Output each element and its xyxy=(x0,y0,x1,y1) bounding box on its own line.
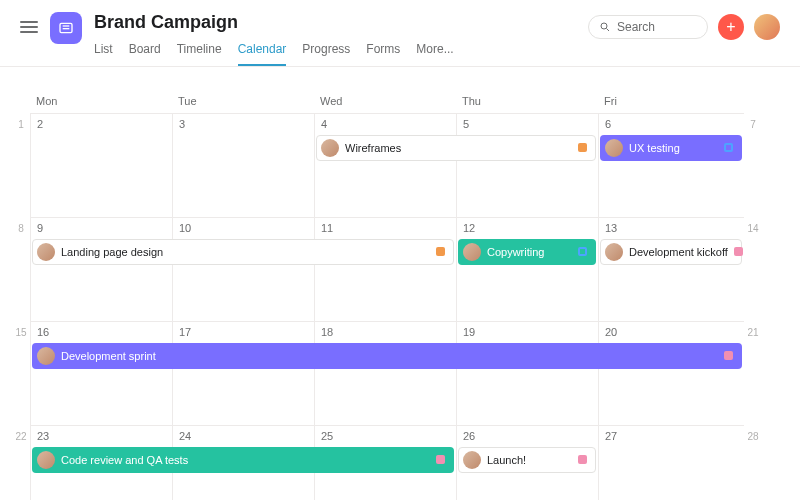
plus-icon: + xyxy=(726,19,735,35)
app-header: Brand Campaign List Board Timeline Calen… xyxy=(0,0,800,67)
event-label: Development sprint xyxy=(61,350,156,362)
view-tabs: List Board Timeline Calendar Progress Fo… xyxy=(94,42,576,66)
calendar-grid: Mon Tue Wed Thu Fri 1 2 3 4 5 6 7 Wirefr… xyxy=(0,67,800,500)
tab-timeline[interactable]: Timeline xyxy=(177,42,222,66)
header-actions: Search + xyxy=(588,14,780,40)
event-label: Copywriting xyxy=(487,246,544,258)
event-launch[interactable]: Launch! xyxy=(458,447,596,473)
add-button[interactable]: + xyxy=(718,14,744,40)
event-label: Wireframes xyxy=(345,142,401,154)
tab-list[interactable]: List xyxy=(94,42,113,66)
avatar-icon xyxy=(37,347,55,365)
user-avatar[interactable] xyxy=(754,14,780,40)
search-input[interactable]: Search xyxy=(588,15,708,39)
calendar-cell[interactable]: 16 xyxy=(30,321,172,425)
event-label: UX testing xyxy=(629,142,680,154)
day-head-wed: Wed xyxy=(314,95,456,113)
event-label: Code review and QA tests xyxy=(61,454,188,466)
avatar-icon xyxy=(321,139,339,157)
status-badge xyxy=(578,247,587,256)
event-dev-sprint[interactable]: Development sprint xyxy=(32,343,742,369)
week-num-right: 14 xyxy=(744,217,762,321)
event-ux-testing[interactable]: UX testing xyxy=(600,135,742,161)
week-row: 22 23 24 25 26 27 28 Code review and QA … xyxy=(12,425,788,500)
day-head-mon: Mon xyxy=(30,95,172,113)
event-landing-page[interactable]: Landing page design xyxy=(32,239,454,265)
avatar-icon xyxy=(37,451,55,469)
week-num-left: 1 xyxy=(12,113,30,217)
svg-point-3 xyxy=(601,23,607,29)
calendar-cell[interactable]: 19 xyxy=(456,321,598,425)
event-label: Development kickoff xyxy=(629,246,728,258)
calendar-cell[interactable]: 2 xyxy=(30,113,172,217)
calendar-cell[interactable]: 13 xyxy=(598,217,744,321)
day-header-row: Mon Tue Wed Thu Fri xyxy=(12,95,788,113)
day-head-fri: Fri xyxy=(598,95,744,113)
calendar-cell[interactable]: 5 xyxy=(456,113,598,217)
tab-more[interactable]: More... xyxy=(416,42,453,66)
event-label: Landing page design xyxy=(61,246,163,258)
status-badge xyxy=(734,247,743,256)
week-row: 15 16 17 18 19 20 21 Development sprint xyxy=(12,321,788,425)
status-badge xyxy=(436,247,445,256)
week-num-right: 21 xyxy=(744,321,762,425)
search-placeholder: Search xyxy=(617,20,655,34)
avatar-icon xyxy=(37,243,55,261)
calendar-cell[interactable]: 9 xyxy=(30,217,172,321)
week-num-right: 7 xyxy=(744,113,762,217)
calendar-cell[interactable]: 18 xyxy=(314,321,456,425)
calendar-cell[interactable]: 6 xyxy=(598,113,744,217)
header-main: Brand Campaign List Board Timeline Calen… xyxy=(94,12,576,66)
events-layer: Code review and QA tests Launch! xyxy=(30,447,770,475)
avatar-icon xyxy=(463,243,481,261)
status-badge xyxy=(724,351,733,360)
status-badge xyxy=(724,143,733,152)
event-label: Launch! xyxy=(487,454,526,466)
avatar-icon xyxy=(605,243,623,261)
page-title: Brand Campaign xyxy=(94,12,576,34)
calendar-cell[interactable]: 17 xyxy=(172,321,314,425)
day-head-thu: Thu xyxy=(456,95,598,113)
hamburger-icon[interactable] xyxy=(20,18,38,36)
avatar-icon xyxy=(463,451,481,469)
calendar-cell[interactable]: 11 xyxy=(314,217,456,321)
events-layer: Landing page design Copywriting Developm… xyxy=(30,239,770,267)
day-head-tue: Tue xyxy=(172,95,314,113)
tab-board[interactable]: Board xyxy=(129,42,161,66)
tab-progress[interactable]: Progress xyxy=(302,42,350,66)
event-copywriting[interactable]: Copywriting xyxy=(458,239,596,265)
event-wireframes[interactable]: Wireframes xyxy=(316,135,596,161)
calendar-cell[interactable]: 12 xyxy=(456,217,598,321)
week-num-left: 15 xyxy=(12,321,30,425)
status-badge xyxy=(578,455,587,464)
status-badge xyxy=(578,143,587,152)
calendar-cell[interactable]: 10 xyxy=(172,217,314,321)
calendar-cell[interactable]: 4 xyxy=(314,113,456,217)
events-layer: Wireframes UX testing xyxy=(30,135,770,163)
svg-line-4 xyxy=(607,29,610,32)
event-code-review[interactable]: Code review and QA tests xyxy=(32,447,454,473)
event-dev-kickoff[interactable]: Development kickoff xyxy=(600,239,742,265)
avatar-icon xyxy=(605,139,623,157)
status-badge xyxy=(436,455,445,464)
calendar-cell[interactable]: 3 xyxy=(172,113,314,217)
week-num-left: 8 xyxy=(12,217,30,321)
events-layer: Development sprint xyxy=(30,343,770,371)
project-icon[interactable] xyxy=(50,12,82,44)
tab-calendar[interactable]: Calendar xyxy=(238,42,287,66)
week-row: 8 9 10 11 12 13 14 Landing page design C… xyxy=(12,217,788,321)
week-row: 1 2 3 4 5 6 7 Wireframes UX testing xyxy=(12,113,788,217)
tab-forms[interactable]: Forms xyxy=(366,42,400,66)
calendar-cell[interactable]: 20 xyxy=(598,321,744,425)
search-icon xyxy=(599,21,611,33)
week-num-left: 22 xyxy=(12,425,30,500)
